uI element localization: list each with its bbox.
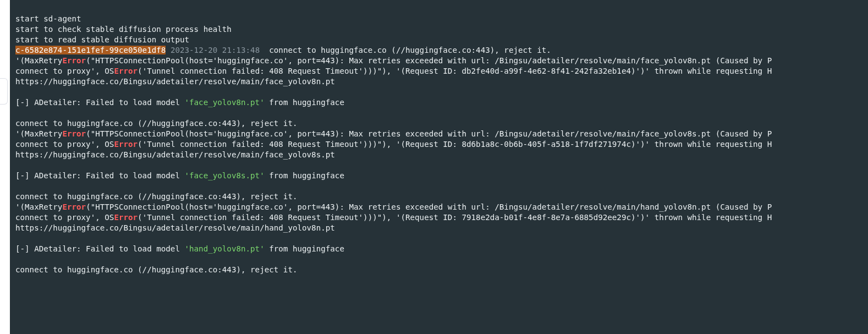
log-text: connect to proxy', OS	[15, 213, 114, 222]
log-text: connect to proxy', OS	[15, 67, 114, 75]
log-line: start to read stable diffusion output	[15, 35, 189, 44]
log-text: from huggingface	[265, 171, 344, 180]
log-line: start to check stable diffusion process …	[15, 25, 232, 34]
log-url: https://huggingface.co/Bingsu/adetailer/…	[15, 223, 335, 232]
log-url: https://huggingface.co/Bingsu/adetailer/…	[15, 77, 335, 86]
log-blank	[15, 255, 20, 264]
log-blank	[15, 87, 20, 96]
log-line: connect to huggingface.co (//huggingface…	[15, 265, 298, 274]
log-text: connect to proxy', OS	[15, 140, 114, 149]
log-text: ('Tunnel connection failed: 408 Request …	[138, 213, 772, 222]
log-model-name: 'hand_yolov8n.pt'	[185, 244, 265, 253]
log-text: '(MaxRetry	[15, 56, 62, 65]
log-text: from huggingface	[265, 244, 344, 253]
log-line: connect to huggingface.co (//huggingface…	[15, 192, 298, 201]
log-timestamp: 2023-12-20 21:13:48	[171, 46, 260, 54]
log-blank	[15, 161, 20, 169]
log-error-word: Error	[62, 129, 86, 138]
log-text: connect to huggingface.co (//huggingface…	[260, 46, 551, 54]
log-text: ("HTTPSConnectionPool(host='huggingface.…	[86, 129, 772, 138]
log-model-name: 'face_yolov8s.pt'	[185, 171, 265, 180]
log-line: start sd-agent	[15, 14, 81, 23]
log-text: ("HTTPSConnectionPool(host='huggingface.…	[86, 202, 772, 211]
log-model-name: 'face_yolov8n.pt'	[185, 98, 265, 107]
log-error-word: Error	[114, 67, 138, 75]
log-text: [-] ADetailer: Failed to load model	[15, 171, 185, 180]
log-text	[166, 46, 171, 54]
log-blank	[15, 108, 20, 117]
log-line: connect to huggingface.co (//huggingface…	[15, 119, 298, 128]
log-text: ("HTTPSConnectionPool(host='huggingface.…	[86, 56, 772, 65]
log-text: ('Tunnel connection failed: 408 Request …	[138, 140, 772, 149]
log-text: ('Tunnel connection failed: 408 Request …	[138, 67, 772, 75]
log-job-id-selected: c-6582e874-151e1fef-99ce050e1df8	[15, 46, 166, 54]
log-error-word: Error	[62, 56, 86, 65]
log-output[interactable]: start sd-agent start to check stable dif…	[10, 0, 868, 334]
log-blank	[15, 182, 20, 190]
log-text: from huggingface	[265, 98, 344, 107]
log-url: https://huggingface.co/Bingsu/adetailer/…	[15, 150, 335, 159]
log-blank	[15, 234, 20, 243]
log-error-word: Error	[62, 202, 86, 211]
log-text: '(MaxRetry	[15, 202, 62, 211]
log-text: '(MaxRetry	[15, 129, 62, 138]
log-text: [-] ADetailer: Failed to load model	[15, 244, 185, 253]
log-error-word: Error	[114, 213, 138, 222]
log-text: [-] ADetailer: Failed to load model	[15, 98, 185, 107]
log-error-word: Error	[114, 140, 138, 149]
gutter-handle[interactable]	[0, 78, 8, 105]
